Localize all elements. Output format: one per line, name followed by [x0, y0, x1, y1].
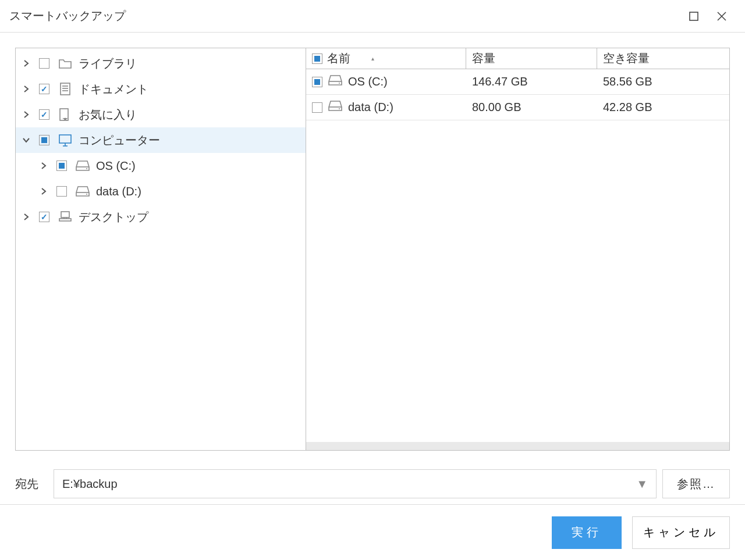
table-row[interactable]: OS (C:)146.47 GB58.56 GB: [306, 69, 729, 95]
destination-input[interactable]: E:¥backup ▼: [54, 469, 657, 498]
tree-item[interactable]: コンピューター: [16, 127, 306, 153]
monitor-icon: [58, 134, 73, 147]
svg-point-21: [339, 83, 340, 84]
chevron-right-icon[interactable]: [19, 210, 33, 224]
tree-item[interactable]: お気に入り: [16, 102, 306, 127]
tree-item-label: data (D:): [96, 185, 141, 198]
column-name-label: 名前: [327, 51, 350, 66]
list-rows[interactable]: OS (C:)146.47 GB58.56 GBdata (D:)80.00 G…: [306, 69, 729, 442]
chevron-right-icon[interactable]: [19, 108, 33, 122]
run-button-label: 実行: [572, 526, 602, 538]
maximize-button[interactable]: [680, 2, 708, 30]
chevron-right-icon[interactable]: [37, 184, 51, 198]
document-icon: [58, 83, 73, 95]
chevron-right-icon[interactable]: [37, 159, 51, 173]
run-button[interactable]: 実行: [552, 516, 622, 549]
header-checkbox[interactable]: [312, 53, 322, 64]
browse-button[interactable]: 参照…: [662, 469, 730, 498]
cancel-button[interactable]: キャンセル: [632, 516, 730, 549]
drive-free: 58.56 GB: [603, 75, 652, 88]
tree-checkbox[interactable]: [56, 186, 67, 197]
list-header[interactable]: 名前 ▴ 容量 空き容量: [306, 48, 729, 69]
horizontal-scrollbar[interactable]: [306, 442, 729, 450]
svg-point-15: [86, 194, 87, 195]
dropdown-arrow-icon[interactable]: ▼: [636, 477, 648, 491]
maximize-icon: [689, 12, 698, 21]
close-icon: [717, 12, 726, 21]
column-name[interactable]: 名前 ▴: [306, 48, 466, 69]
column-size-label: 容量: [472, 51, 495, 66]
tree-checkbox[interactable]: [56, 160, 67, 171]
tree-checkbox[interactable]: [39, 135, 49, 145]
table-row[interactable]: data (D:)80.00 GB42.28 GB: [306, 95, 729, 120]
footer: 実行 キャンセル: [0, 504, 745, 560]
tree-item[interactable]: OS (C:): [16, 153, 306, 179]
sort-ascending-icon: ▴: [371, 55, 374, 62]
browse-button-label: 参照…: [677, 476, 715, 492]
drive-icon: [75, 159, 90, 172]
column-size[interactable]: 容量: [466, 48, 597, 69]
tree-item-label: OS (C:): [96, 159, 136, 173]
drive-free: 42.28 GB: [603, 101, 652, 114]
drive-name: OS (C:): [348, 75, 388, 88]
svg-rect-16: [61, 212, 69, 217]
destination-label: 宛先: [15, 476, 48, 492]
svg-rect-9: [59, 135, 71, 143]
drive-name: data (D:): [348, 101, 393, 114]
drive-icon: [328, 74, 342, 89]
svg-rect-0: [690, 12, 698, 20]
drive-icon: [75, 185, 90, 198]
tree-item-label: ドキュメント: [79, 81, 148, 97]
tree-checkbox[interactable]: [39, 58, 49, 69]
column-free-label: 空き容量: [603, 51, 650, 66]
chevron-right-icon[interactable]: [19, 56, 33, 70]
tree-item[interactable]: ドキュメント: [16, 76, 306, 102]
svg-rect-3: [61, 83, 70, 95]
tree-item-label: コンピューター: [79, 133, 160, 148]
content-area: ライブラリドキュメントお気に入りコンピューターOS (C:)data (D:)デ…: [0, 33, 745, 466]
tree-checkbox[interactable]: [39, 84, 49, 94]
window-title: スマートバックアップ: [9, 8, 680, 24]
destination-row: 宛先 E:¥backup ▼ 参照…: [0, 466, 745, 504]
drive-list-pane: 名前 ▴ 容量 空き容量 OS (C:)146.47 GB58.56 GBdat…: [306, 48, 730, 451]
cancel-button-label: キャンセル: [643, 526, 719, 538]
svg-point-23: [339, 108, 340, 109]
source-tree[interactable]: ライブラリドキュメントお気に入りコンピューターOS (C:)data (D:)デ…: [15, 48, 306, 451]
row-checkbox[interactable]: [312, 102, 322, 113]
column-free[interactable]: 空き容量: [597, 48, 729, 69]
tree-item[interactable]: デスクトップ: [16, 204, 306, 230]
drive-size: 80.00 GB: [472, 101, 522, 114]
favorite-icon: [58, 108, 73, 121]
svg-rect-17: [59, 219, 71, 221]
chevron-right-icon[interactable]: [19, 82, 33, 96]
tree-item[interactable]: data (D:): [16, 179, 306, 204]
close-button[interactable]: [708, 2, 736, 30]
tree-item[interactable]: ライブラリ: [16, 51, 306, 76]
titlebar: スマートバックアップ: [0, 0, 745, 33]
folder-icon: [58, 57, 73, 70]
tree-item-label: ライブラリ: [79, 56, 137, 72]
tree-item-label: デスクトップ: [79, 209, 148, 225]
tree-checkbox[interactable]: [39, 109, 49, 120]
drive-icon: [328, 100, 342, 115]
svg-point-13: [86, 168, 87, 169]
desktop-icon: [58, 211, 73, 223]
chevron-down-icon[interactable]: [19, 133, 33, 147]
tree-item-label: お気に入り: [79, 107, 137, 123]
tree-checkbox[interactable]: [39, 212, 49, 222]
destination-value: E:¥backup: [62, 477, 632, 491]
row-checkbox[interactable]: [312, 77, 322, 87]
drive-size: 146.47 GB: [472, 75, 528, 88]
